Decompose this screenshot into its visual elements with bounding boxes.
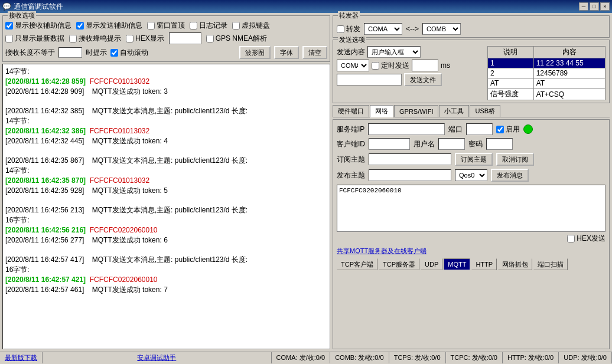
log-line: [2020/8/11 16:42:57 461] MQTT发送成功 token:… (5, 285, 327, 295)
tab-usb[interactable]: USB桥 (470, 105, 500, 117)
username-input[interactable]: admin (438, 138, 465, 150)
show-send-aux-text: 显示发送辅助信息 (86, 21, 142, 31)
subscribe-button[interactable]: 订阅主题 (455, 153, 493, 166)
hex-value-input[interactable]: 11 22 33 (169, 32, 201, 44)
client-id-input[interactable]: client123 (369, 138, 410, 150)
tab-network[interactable]: 网络 (370, 105, 393, 117)
table-row[interactable]: 信号强度AT+CSQ (488, 88, 606, 100)
password-input[interactable]: public (486, 138, 513, 150)
log-line: [2020/8/11 16:42:28 859] FCFCFC01013032 (5, 77, 327, 87)
client-id-row: 客户端ID client123 用户名 admin 密码 public (337, 138, 606, 150)
log-line: [2020/8/11 16:42:32 385] MQTT发送文本消息,主题: … (5, 106, 327, 116)
proto-tab-pcap[interactable]: 网络抓包 (498, 258, 532, 270)
timed-send-check[interactable] (372, 62, 379, 70)
forward-enable-label[interactable]: 转发 (337, 24, 360, 34)
status-tcpc: TCPC: 发/收:0/0 (446, 352, 503, 363)
close-button[interactable]: × (600, 2, 610, 11)
tab-tools[interactable]: 小工具 (439, 105, 469, 117)
status-dot (523, 124, 533, 134)
coma-select[interactable]: COMA COMB (364, 23, 402, 35)
show-send-aux-check[interactable] (76, 22, 84, 29)
clear-button[interactable]: 清空 (302, 46, 327, 59)
send-content-row: 发送内容 用户输入框 (337, 46, 484, 58)
unsubscribe-button[interactable]: 取消订阅 (496, 153, 534, 166)
log-line: [2020/8/11 16:42:32 386] FCFCFC01013032 (5, 126, 327, 136)
enable-label[interactable]: 启用 (496, 124, 520, 135)
recv-prompt-text: 接收蜂鸣提示 (79, 34, 121, 44)
mqtt-link[interactable]: 共享MQTT服务器及在线客户端 (337, 247, 427, 255)
table-row[interactable]: ATAT (488, 78, 606, 88)
time-prompt-text: 时提示 (86, 48, 107, 58)
send-content-select[interactable]: 用户输入框 (367, 46, 421, 58)
forward-enable-check[interactable] (337, 25, 344, 33)
recv-options-group: 接收选项 显示接收辅助信息 显示发送辅助信息 窗口置顶 日志记录 (2, 15, 330, 62)
recv-len-input[interactable] (58, 47, 82, 58)
username-label: 用户名 (414, 139, 435, 149)
enable-check[interactable] (496, 126, 504, 133)
virt-kb-check[interactable] (232, 22, 240, 29)
publish-row: 发布主题 public/client123/d Qos0 Qos1 Qos2 发… (337, 169, 606, 182)
gps-check[interactable] (206, 35, 214, 42)
table-row[interactable]: 212456789 (488, 68, 606, 78)
recv-prompt-label[interactable]: 接收蜂鸣提示 (69, 34, 121, 44)
qos-select[interactable]: Qos0 Qos1 Qos2 (455, 169, 487, 181)
hex-send-label[interactable]: HEX发送 (567, 234, 606, 244)
gps-label[interactable]: GPS NMEA解析 (206, 34, 267, 44)
server-ip-input[interactable] (368, 123, 445, 135)
waveform-button[interactable]: 波形图 (239, 46, 271, 59)
proto-tab-tcp_client[interactable]: TCP客户端 (337, 258, 377, 270)
show-recv-aux-label[interactable]: 显示接收辅助信息 (5, 21, 71, 31)
mqtt-content-area[interactable]: FCFCFC0202060010 (337, 185, 606, 232)
send-file-path[interactable] (337, 74, 402, 86)
status-download[interactable]: 最新版下载 (0, 352, 43, 363)
log-area[interactable]: 14字节:[2020/8/11 16:42:28 859] FCFCFC0101… (2, 64, 330, 349)
win-top-text: 窗口置顶 (157, 21, 185, 31)
port-input[interactable]: 5678 (466, 123, 493, 135)
table-cell-desc: 2 (488, 68, 534, 78)
table-row[interactable]: 111 22 33 44 55 (488, 58, 606, 68)
log-line: [2020/8/11 16:42:28 909] MQTT发送成功 token:… (5, 87, 327, 97)
left-panel: 接收选项 显示接收辅助信息 显示发送辅助信息 窗口置顶 日志记录 (2, 15, 330, 349)
timed-send-label[interactable]: 定时发送 (372, 61, 409, 71)
auto-scroll-label[interactable]: 自动滚动 (110, 48, 148, 58)
show-recv-aux-check[interactable] (5, 22, 13, 29)
font-button[interactable]: 字体 (274, 46, 299, 59)
auto-scroll-check[interactable] (110, 49, 118, 57)
virt-kb-label[interactable]: 虚拟键盘 (232, 21, 270, 31)
forwarder-row: 转发 COMA COMB <--> COMB COMA (337, 23, 606, 35)
subscribe-topic-input[interactable]: public/client123/c (369, 153, 451, 165)
publish-topic-input[interactable]: public/client123/d (369, 169, 451, 181)
maximize-button[interactable]: □ (590, 2, 599, 11)
status-assistant[interactable]: 安卓调试助手 (43, 352, 272, 363)
send-port-select[interactable]: COMA (337, 60, 369, 71)
proto-tab-udp[interactable]: UDP (421, 258, 442, 270)
tab-hardware[interactable]: 硬件端口 (333, 105, 369, 117)
log-line: [2020/8/11 16:42:35 928] MQTT发送成功 token:… (5, 186, 327, 196)
recv-prompt-check[interactable] (69, 35, 77, 42)
show-send-aux-label[interactable]: 显示发送辅助信息 (76, 21, 142, 31)
tab-gprs[interactable]: GPRS/WIFI (394, 105, 438, 117)
win-top-label[interactable]: 窗口置顶 (147, 21, 185, 31)
hex-show-check[interactable] (126, 35, 134, 42)
send-file-button[interactable]: 发送文件 (404, 73, 442, 86)
minimize-button[interactable]: ─ (579, 2, 588, 11)
comb-select[interactable]: COMB COMA (422, 23, 461, 35)
proto-tab-mqtt[interactable]: MQTT (444, 258, 470, 270)
proto-tab-port_scan[interactable]: 端口扫描 (533, 258, 568, 270)
proto-tab-http[interactable]: HTTP (471, 258, 497, 270)
log-check[interactable] (190, 22, 197, 29)
subscribe-row: 订阅主题 public/client123/c 订阅主题 取消订阅 (337, 153, 606, 166)
log-label[interactable]: 日志记录 (190, 21, 227, 31)
proto-tab-tcp_server[interactable]: TCP服务器 (379, 258, 419, 270)
show-latest-check[interactable] (5, 35, 13, 42)
interval-input[interactable]: 1000 (412, 60, 438, 71)
log-line: 16字节: (5, 265, 327, 275)
col-content: 内容 (533, 47, 605, 58)
table-cell-desc: AT (488, 78, 534, 88)
show-latest-label[interactable]: 只显示最新数据 (5, 34, 64, 44)
hex-send-check[interactable] (567, 235, 575, 242)
win-top-check[interactable] (147, 22, 155, 29)
hex-show-label[interactable]: HEX显示 (126, 34, 164, 44)
send-file-row: 发送文件 (337, 73, 484, 86)
publish-button[interactable]: 发布消息 (491, 169, 529, 182)
